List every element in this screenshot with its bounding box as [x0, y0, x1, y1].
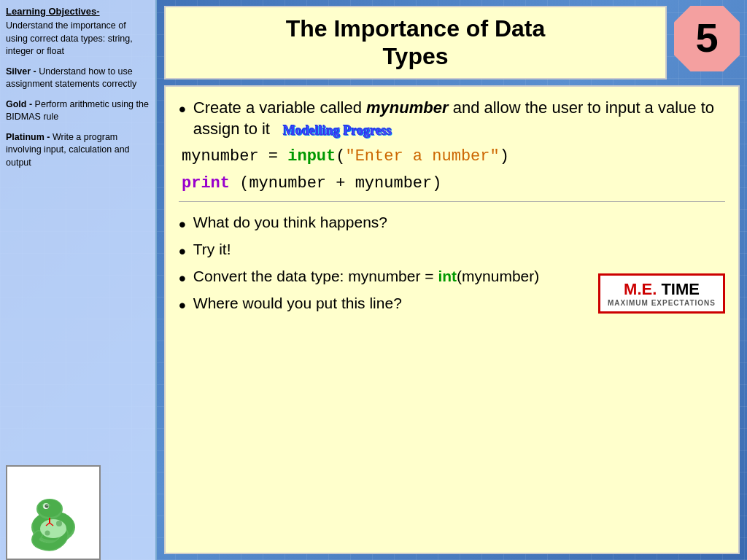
sidebar-platinum: Platinum - Write a program involving inp…: [6, 131, 150, 170]
main-content: The Importance of Data Types 5 • Create …: [157, 0, 747, 560]
bullet-dot-5: •: [179, 295, 186, 317]
sidebar-silver: Silver - Understand how to use assignmen…: [6, 66, 150, 91]
modelling-progress-badge: Modelling Progress: [283, 122, 392, 139]
bullet-item-5: • Where would you put this line?: [179, 293, 539, 317]
platinum-label: Platinum -: [6, 132, 50, 142]
separator: [179, 201, 725, 202]
bottom-bullets: • What do you think happens? • Try it! •…: [179, 212, 539, 316]
code-fn-input: input: [287, 147, 336, 166]
code-paren-close: ): [500, 147, 509, 166]
me-label: M.E.: [624, 280, 657, 298]
code-paren-open: (: [336, 147, 345, 166]
content-box: • Create a variable called mynumber and …: [164, 85, 740, 554]
bottom-section: • What do you think happens? • Try it! •…: [179, 212, 725, 316]
bullet-text-2: What do you think happens?: [193, 212, 387, 233]
silver-label: Silver -: [6, 66, 36, 77]
sidebar-title: Learning Objectives-: [6, 6, 150, 17]
code-var-1: mynumber: [182, 147, 259, 166]
gold-label: Gold -: [6, 99, 32, 109]
svg-point-12: [45, 531, 50, 536]
bullet-item-4: • Convert the data type: mynumber = int(…: [179, 266, 539, 290]
time-label: TIME: [657, 280, 700, 298]
bullet-text-3: Try it!: [193, 239, 231, 260]
bullet4-prefix: Convert the data type: mynumber =: [193, 268, 438, 284]
me-time-subtitle: MAXIMUM EXPECTATIONS: [608, 299, 716, 307]
code-string-1: "Enter a number": [345, 147, 499, 166]
bullet-dot-2: •: [179, 214, 186, 236]
sidebar-gold: Gold - Perform arithmetic using the BIDM…: [6, 98, 150, 124]
sidebar-main-objective: Understand the importance of using corre…: [6, 20, 150, 58]
slide-number-badge: 5: [674, 6, 740, 71]
bullet4-suffix: (mynumber): [457, 268, 539, 284]
svg-point-11: [56, 521, 62, 526]
slide-title: The Importance of Data Types: [180, 15, 651, 71]
bullet4-fn: int: [438, 268, 457, 284]
code-eq-1: =: [268, 147, 287, 166]
bullet-dot-3: •: [179, 241, 186, 263]
bullet-item-1: • Create a variable called mynumber and …: [179, 97, 725, 140]
bullet1-italic: mynumber: [366, 98, 448, 117]
svg-point-4: [38, 499, 61, 517]
title-box: The Importance of Data Types: [164, 6, 667, 79]
main-layout: Learning Objectives- Understand the impo…: [0, 0, 747, 560]
slide-number: 5: [695, 14, 718, 61]
bullet1-prefix: Create a variable called: [193, 98, 366, 117]
snake-svg: [9, 469, 97, 556]
svg-point-2: [40, 519, 66, 538]
bullet-text-1: Create a variable called mynumber and al…: [193, 97, 725, 140]
code-line-2: print (mynumber + mynumber): [179, 174, 725, 192]
bullet-dot-4: •: [179, 268, 186, 290]
bullet-text-5: Where would you put this line?: [193, 293, 402, 314]
me-time-badge: M.E. TIME MAXIMUM EXPECTATIONS: [598, 273, 725, 314]
bullet-item-2: • What do you think happens?: [179, 212, 539, 236]
bullet-dot-1: •: [179, 98, 186, 121]
top-row: The Importance of Data Types 5: [164, 6, 740, 79]
snake-image: [6, 465, 101, 560]
bullet-item-3: • Try it!: [179, 239, 539, 263]
svg-point-13: [42, 503, 50, 508]
code-kw-print: print: [182, 174, 230, 192]
code-line-1: mynumber = input("Enter a number"): [179, 147, 725, 166]
sidebar: Learning Objectives- Understand the impo…: [0, 0, 157, 560]
bullet-text-4: Convert the data type: mynumber = int(my…: [193, 266, 539, 287]
code-print-body: (mynumber + mynumber): [239, 174, 441, 192]
me-time-top: M.E. TIME: [608, 280, 716, 299]
